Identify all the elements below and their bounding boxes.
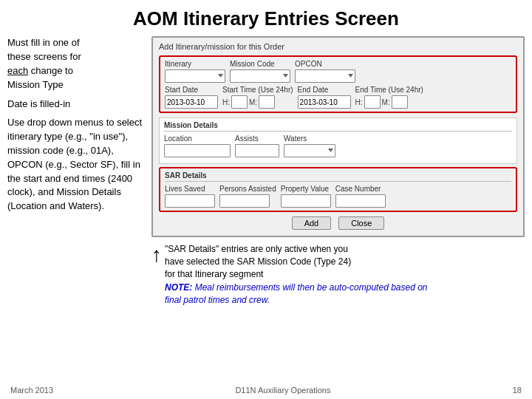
end-time-group: End Time (Use 24hr) H: M: bbox=[355, 86, 423, 109]
property-value-group: Property Value bbox=[281, 185, 331, 208]
instruction-text-4: Mission Type bbox=[7, 79, 64, 90]
lives-saved-label: Lives Saved bbox=[165, 185, 215, 193]
date-filled-note: Date is filled-in bbox=[7, 98, 144, 112]
top-fields-outline: Itinerary Mission Code OPCON St bbox=[159, 55, 517, 113]
mission-code-select[interactable] bbox=[230, 69, 290, 83]
instructions-para2: Use drop down menus to select itinerary … bbox=[7, 116, 144, 214]
start-h-label: H: bbox=[222, 98, 230, 106]
start-time-label: Start Time (Use 24hr) bbox=[222, 86, 293, 94]
footer-page: 18 bbox=[513, 386, 522, 395]
lives-saved-input[interactable] bbox=[165, 194, 215, 208]
end-h-label: H: bbox=[355, 98, 363, 106]
persons-assisted-group: Persons Assisted bbox=[219, 185, 276, 208]
sar-details-label: SAR Details bbox=[165, 171, 511, 182]
instruction-block: Must fill in one of these screens for ea… bbox=[7, 36, 144, 92]
waters-group: Waters bbox=[284, 134, 335, 157]
dialog-buttons: Add Close bbox=[159, 216, 517, 230]
sar-details-section: SAR Details Lives Saved Persons Assisted… bbox=[159, 167, 517, 212]
itinerary-dialog: Add Itinerary/mission for this Order Iti… bbox=[151, 36, 525, 237]
itinerary-select[interactable] bbox=[165, 69, 225, 83]
instruction-text-3b: change to bbox=[28, 65, 73, 76]
sar-annotation-text: "SAR Details" entries are only active wh… bbox=[165, 243, 446, 307]
mission-code-field-group: Mission Code bbox=[230, 60, 290, 83]
footer-date: March 2013 bbox=[10, 386, 53, 395]
mission-details-section: Mission Details Location Assists Waters bbox=[159, 117, 517, 164]
sar-annotation-block: ↑ "SAR Details" entries are only active … bbox=[151, 243, 525, 307]
each-underline: each bbox=[7, 65, 28, 76]
persons-assisted-input[interactable] bbox=[219, 194, 270, 208]
instruction-text-1: Must fill in one of bbox=[7, 37, 80, 48]
meal-reimbursement-note: NOTE: Meal reimbursements will then be a… bbox=[165, 282, 446, 307]
add-button[interactable]: Add bbox=[292, 216, 332, 230]
persons-assisted-label: Persons Assisted bbox=[219, 185, 276, 193]
case-number-label: Case Number bbox=[335, 185, 386, 193]
assists-input[interactable] bbox=[235, 144, 279, 157]
itinerary-field-group: Itinerary bbox=[165, 60, 225, 83]
arrow-icon: ↑ bbox=[151, 245, 162, 265]
footer: March 2013 D11N Auxiliary Operations 18 bbox=[0, 386, 532, 395]
lives-saved-group: Lives Saved bbox=[165, 185, 215, 208]
itinerary-label: Itinerary bbox=[165, 60, 225, 68]
waters-label: Waters bbox=[284, 134, 335, 143]
start-m-input[interactable] bbox=[259, 95, 275, 109]
end-date-label: End Date bbox=[298, 86, 351, 94]
mission-code-label: Mission Code bbox=[230, 60, 290, 68]
footer-center: D11N Auxiliary Operations bbox=[235, 386, 330, 395]
start-date-group: Start Date bbox=[165, 86, 218, 109]
assists-label: Assists bbox=[235, 134, 279, 143]
start-date-input[interactable] bbox=[165, 95, 218, 109]
opcon-field-group: OPCON bbox=[295, 60, 355, 83]
waters-select[interactable] bbox=[284, 144, 335, 157]
start-m-label: M: bbox=[249, 98, 257, 106]
dialog-title: Add Itinerary/mission for this Order bbox=[159, 42, 517, 51]
case-number-group: Case Number bbox=[335, 185, 386, 208]
right-panel: Add Itinerary/mission for this Order Iti… bbox=[151, 36, 525, 311]
location-group: Location bbox=[164, 134, 231, 157]
end-time-label: End Time (Use 24hr) bbox=[355, 86, 423, 94]
mission-details-label: Mission Details bbox=[164, 121, 512, 132]
end-h-input[interactable] bbox=[364, 95, 381, 109]
opcon-select[interactable] bbox=[295, 69, 355, 83]
page-title: AOM Itinerary Entries Screen bbox=[0, 0, 532, 36]
property-value-label: Property Value bbox=[281, 185, 331, 193]
start-time-group: Start Time (Use 24hr) H: M: bbox=[222, 86, 293, 109]
start-date-label: Start Date bbox=[165, 86, 218, 94]
property-value-input[interactable] bbox=[281, 194, 331, 208]
instruction-text-2: these screens for bbox=[7, 51, 81, 62]
start-h-input[interactable] bbox=[231, 95, 248, 109]
left-panel: Must fill in one of these screens for ea… bbox=[7, 36, 144, 311]
opcon-label: OPCON bbox=[295, 60, 355, 68]
location-input[interactable] bbox=[164, 144, 231, 157]
assists-group: Assists bbox=[235, 134, 279, 157]
end-m-input[interactable] bbox=[392, 95, 408, 109]
end-m-label: M: bbox=[382, 98, 390, 106]
end-date-group: End Date bbox=[298, 86, 351, 109]
location-label: Location bbox=[164, 134, 231, 143]
end-date-input[interactable] bbox=[298, 95, 351, 109]
close-button[interactable]: Close bbox=[338, 216, 384, 230]
case-number-input[interactable] bbox=[335, 194, 386, 208]
